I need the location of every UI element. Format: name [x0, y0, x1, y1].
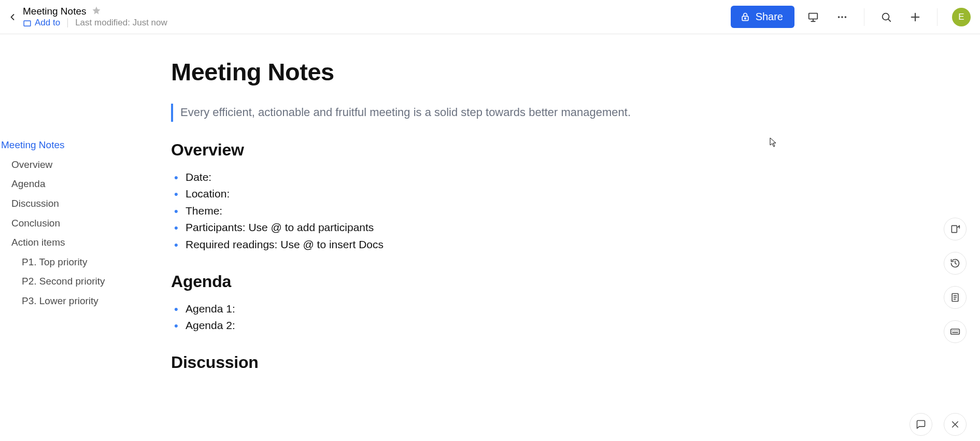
last-modified: Last modified: Just now [75, 18, 167, 28]
user-avatar[interactable]: E [952, 8, 971, 26]
chevron-left-icon [7, 12, 18, 22]
outline-item-overview[interactable]: Overview [0, 155, 111, 175]
outline-item-p1[interactable]: P1. Top priority [0, 252, 111, 272]
plus-icon [910, 11, 921, 23]
agenda-2: Agenda 2: [171, 317, 650, 334]
template-button[interactable] [944, 286, 967, 309]
heading-agenda[interactable]: Agenda [171, 272, 650, 291]
keyboard-button[interactable] [944, 320, 967, 343]
overview-date: Date: [171, 169, 650, 186]
agenda-list[interactable]: Agenda 1: Agenda 2: [171, 301, 650, 334]
history-button[interactable] [944, 252, 967, 275]
app-header: Meeting Notes Add to Last modified: Just… [0, 0, 980, 34]
outline-item-discussion[interactable]: Discussion [0, 194, 111, 214]
outline-item-agenda[interactable]: Agenda [0, 174, 111, 194]
folder-icon [23, 19, 32, 27]
outline-item-p2[interactable]: P2. Second priority [0, 272, 111, 291]
avatar-initial: E [958, 12, 964, 22]
svg-point-2 [744, 18, 746, 19]
outline-item-meeting-notes[interactable]: Meeting Notes [0, 135, 111, 155]
share-label: Share [756, 11, 783, 23]
present-button[interactable] [803, 7, 823, 27]
more-horizontal-icon [836, 11, 848, 23]
doc-title[interactable]: Meeting Notes [23, 6, 87, 17]
svg-point-7 [841, 16, 843, 18]
overview-theme: Theme: [171, 203, 650, 220]
document-icon [950, 292, 960, 303]
header-actions: Share E [731, 6, 971, 28]
keyboard-icon [950, 326, 960, 337]
svg-rect-3 [809, 13, 818, 19]
intro-quote[interactable]: Every efficient, actionable and fruitful… [171, 104, 650, 122]
doc-heading[interactable]: Meeting Notes [171, 58, 650, 86]
svg-rect-18 [951, 329, 960, 334]
star-icon [92, 6, 101, 15]
overview-location: Location: [171, 186, 650, 203]
share-button[interactable]: Share [731, 6, 794, 28]
back-button[interactable] [5, 10, 20, 24]
presentation-icon [807, 11, 819, 23]
history-icon [950, 258, 960, 268]
heading-overview[interactable]: Overview [171, 140, 650, 160]
insert-panel-icon [950, 224, 960, 234]
outline-item-action-items[interactable]: Action items [0, 233, 111, 252]
add-to-button[interactable]: Add to [23, 18, 60, 28]
star-button[interactable] [92, 6, 101, 17]
overview-required-readings: Required readings: Use @ to insert Docs [171, 236, 650, 253]
svg-rect-0 [24, 21, 31, 26]
add-to-label: Add to [35, 18, 60, 28]
svg-rect-13 [951, 225, 957, 232]
search-icon [880, 11, 892, 23]
floating-tools [944, 218, 967, 343]
svg-point-8 [845, 16, 847, 18]
overview-list[interactable]: Date: Location: Theme: Participants: Use… [171, 169, 650, 253]
separator [937, 8, 938, 26]
overview-participants: Participants: Use @ to add participants [171, 219, 650, 236]
outline-item-p3[interactable]: P3. Lower priority [0, 291, 111, 311]
separator [864, 8, 864, 26]
new-button[interactable] [905, 7, 926, 27]
divider [67, 18, 68, 27]
svg-line-10 [888, 19, 890, 21]
insert-panel-button[interactable] [944, 218, 967, 240]
more-button[interactable] [832, 7, 853, 27]
title-block: Meeting Notes Add to Last modified: Just… [23, 6, 167, 28]
agenda-1: Agenda 1: [171, 301, 650, 318]
search-button[interactable] [876, 7, 897, 27]
outline-item-conclusion[interactable]: Conclusion [0, 214, 111, 233]
heading-discussion[interactable]: Discussion [171, 353, 650, 372]
document-body[interactable]: Meeting Notes Every efficient, actionabl… [111, 34, 661, 402]
svg-point-6 [838, 16, 840, 18]
outline-sidebar: Meeting Notes Overview Agenda Discussion… [0, 34, 111, 402]
share-lock-icon [740, 12, 750, 22]
